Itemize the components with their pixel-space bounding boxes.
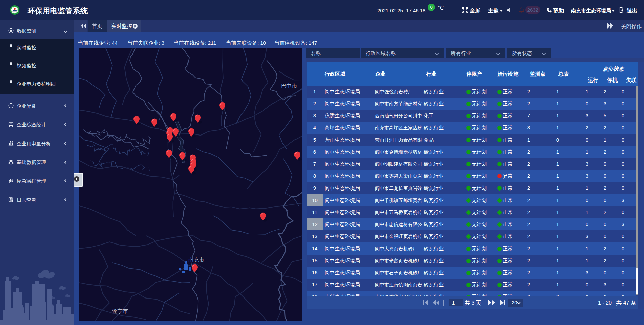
svg-text:巴中市: 巴中市: [281, 83, 297, 89]
svg-text:南充市: 南充市: [188, 257, 204, 263]
svg-text:遂宁市: 遂宁市: [112, 308, 128, 314]
